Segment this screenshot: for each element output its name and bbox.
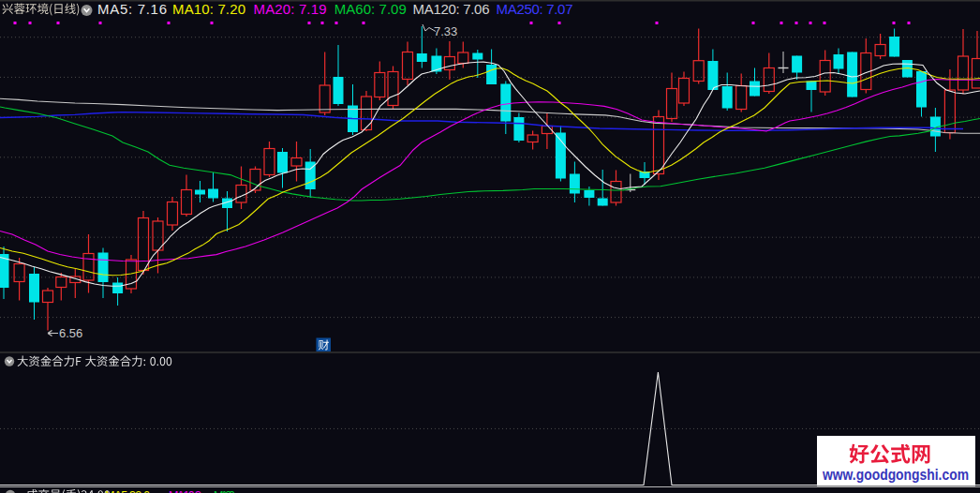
- svg-text:MA20: MA20: [214, 489, 235, 493]
- svg-text:6.56: 6.56: [59, 326, 82, 340]
- svg-text:7.33: 7.33: [434, 24, 457, 38]
- svg-text:MA20: 7.19: MA20: 7.19: [254, 1, 327, 17]
- svg-text:MA10: 7.20: MA10: 7.20: [172, 1, 245, 17]
- svg-text:MA10:3: MA10:3: [169, 489, 201, 493]
- svg-text:MA5: 7.16: MA5: 7.16: [97, 1, 167, 17]
- svg-text:MA120: 7.06: MA120: 7.06: [413, 1, 490, 17]
- svg-text:MA60: 7.09: MA60: 7.09: [334, 1, 407, 17]
- svg-text:MA250: 7.07: MA250: 7.07: [497, 1, 573, 17]
- svg-text:MA5:32.6: MA5:32.6: [105, 489, 150, 493]
- svg-text:www.goodgongshi.com: www.goodgongshi.com: [822, 467, 969, 483]
